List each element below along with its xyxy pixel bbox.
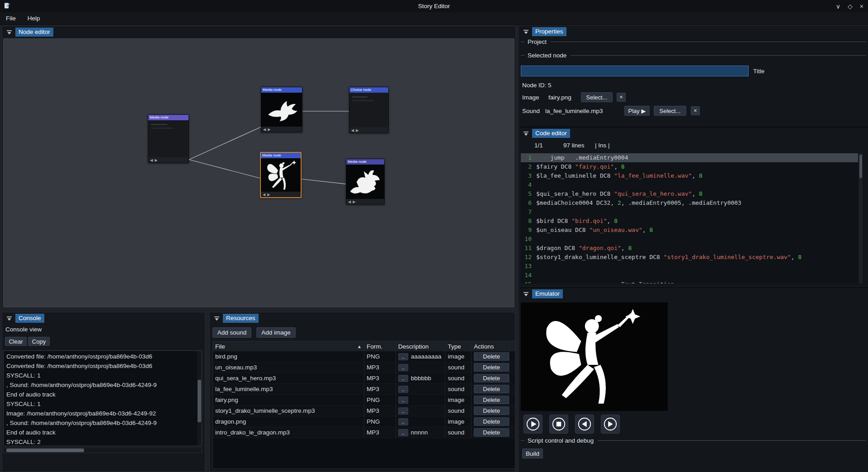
code-line[interactable]: 12$story1_drako_luminelle_sceptre DC8 "s…	[521, 253, 858, 262]
collapse-panel-icon[interactable]	[523, 291, 529, 297]
delete-button[interactable]: Delete	[474, 396, 509, 404]
next-media-icon[interactable]: ▶	[268, 127, 270, 132]
code-text-area[interactable]: 1····jump···.mediaEntry00042$fairy DC8 "…	[521, 153, 858, 283]
image-select-button[interactable]: Select...	[581, 92, 613, 102]
console-vertical-scrollbar[interactable]	[197, 351, 202, 446]
menu-file[interactable]: File	[0, 13, 22, 24]
code-line[interactable]: 13	[521, 262, 858, 271]
code-vertical-scrollbar[interactable]	[859, 153, 863, 283]
collapse-panel-icon[interactable]	[523, 29, 529, 35]
prev-media-icon[interactable]: ◀	[263, 127, 266, 132]
code-line[interactable]: 8$bird DC8 "bird.qoi", 8	[521, 217, 858, 226]
console-horizontal-scrollbar[interactable]	[3, 448, 202, 453]
collapse-panel-icon[interactable]	[523, 131, 529, 137]
sort-ascending-icon[interactable]: ▲	[357, 344, 362, 349]
console-copy-button[interactable]: Copy	[28, 337, 50, 346]
sound-clear-button[interactable]: ×	[691, 106, 700, 115]
code-line[interactable]: 4	[521, 180, 858, 189]
resource-row[interactable]: qui_sera_le_hero.mp3MP3..bbbbbbsoundDele…	[213, 373, 515, 384]
column-header-type[interactable]: Type	[445, 341, 472, 351]
build-button[interactable]: Build	[522, 448, 543, 458]
code-line[interactable]: 15 --------- Text Transition ---------	[521, 280, 858, 283]
prev-media-icon[interactable]: ◀	[263, 193, 265, 197]
code-line[interactable]: 9$un_oiseau DC8 "un_oiseau.wav", 8	[521, 226, 858, 235]
delete-button[interactable]: Delete	[474, 385, 509, 393]
column-header-description[interactable]: Description	[396, 341, 446, 351]
node-title[interactable]: Media node	[261, 87, 302, 93]
node-title[interactable]: Choice node	[349, 87, 388, 93]
delete-button[interactable]: Delete	[474, 352, 509, 361]
graph-node-2[interactable]: Media node◀▶	[261, 87, 302, 132]
next-media-icon[interactable]: ▶	[356, 128, 359, 132]
resource-row[interactable]: bird.pngPNG..aaaaaaaaaimageDelete	[213, 351, 515, 362]
collapse-panel-icon[interactable]	[6, 29, 12, 35]
next-media-icon[interactable]: ▶	[353, 200, 355, 204]
step-back-button[interactable]	[575, 415, 594, 434]
prev-media-icon[interactable]: ◀	[150, 158, 153, 162]
delete-button[interactable]: Delete	[474, 374, 509, 382]
edit-description-button[interactable]: ..	[398, 407, 408, 415]
edit-description-button[interactable]: ..	[398, 353, 408, 360]
code-line[interactable]: 14	[521, 271, 858, 280]
console-log[interactable]: Converted file: /home/anthony/ostproj/ba…	[3, 350, 202, 446]
code-line[interactable]: 1····jump···.mediaEntry0004	[521, 153, 858, 162]
node-controls[interactable]: ◀▶	[261, 127, 302, 132]
minimize-button[interactable]: ∨	[836, 3, 840, 10]
next-media-icon[interactable]: ▶	[267, 193, 270, 197]
node-graph-canvas[interactable]: Media node◀▶Media node◀▶Choice node◀▶Med…	[3, 38, 514, 307]
graph-node-3[interactable]: Choice node◀▶	[349, 87, 389, 133]
sound-play-button[interactable]: Play ▶	[624, 106, 650, 116]
node-title[interactable]: Media node	[261, 153, 301, 158]
graph-node-5[interactable]: Media node◀▶	[346, 159, 385, 205]
edit-description-button[interactable]: ..	[398, 418, 408, 425]
node-title[interactable]: Media node	[346, 159, 384, 165]
next-media-icon[interactable]: ▶	[155, 158, 157, 162]
node-controls[interactable]: ◀▶	[261, 192, 301, 197]
code-line[interactable]: 2$fairy DC8 "fairy.qoi", 8	[521, 162, 858, 171]
code-line[interactable]: 3$la_fee_luminelle DC8 "la_fee_luminelle…	[521, 171, 858, 180]
edit-description-button[interactable]: ..	[398, 386, 408, 393]
resource-row[interactable]: story1_drako_luminelle_sceptre.mp3MP3..s…	[213, 406, 515, 416]
edit-description-button[interactable]: ..	[398, 396, 408, 404]
stop-button[interactable]	[549, 415, 568, 434]
resource-row[interactable]: fairy.pngPNG..imageDelete	[213, 395, 515, 406]
resource-row[interactable]: un_oiseau.mp3MP3..soundDelete	[213, 362, 515, 373]
console-clear-button[interactable]: Clear	[5, 337, 27, 346]
delete-button[interactable]: Delete	[474, 363, 509, 372]
node-title[interactable]: Media node	[148, 115, 189, 120]
column-header-file[interactable]: File ▲	[213, 341, 364, 351]
collapse-panel-icon[interactable]	[214, 316, 220, 321]
column-header-actions[interactable]: Actions	[472, 341, 509, 351]
delete-button[interactable]: Delete	[474, 406, 509, 415]
collapse-panel-icon[interactable]	[6, 316, 12, 321]
code-line[interactable]: 11$dragon DC8 "dragon.qoi", 8	[521, 244, 858, 253]
node-controls[interactable]: ◀▶	[148, 157, 189, 163]
resource-row[interactable]: la_fee_luminelle.mp3MP3..soundDelete	[213, 384, 515, 395]
delete-button[interactable]: Delete	[474, 428, 509, 437]
add-sound-button[interactable]: Add sound	[212, 327, 251, 338]
edit-description-button[interactable]: ..	[398, 375, 408, 382]
node-controls[interactable]: ◀▶	[346, 199, 384, 204]
prev-media-icon[interactable]: ◀	[348, 200, 351, 204]
step-forward-button[interactable]	[601, 415, 620, 434]
code-line[interactable]: 5$qui_sera_le_hero DC8 "qui_sera_le_hero…	[521, 189, 858, 198]
close-button[interactable]: ×	[860, 3, 863, 10]
resource-row[interactable]: dragon.pngPNG..imageDelete	[213, 416, 515, 427]
menu-help[interactable]: Help	[22, 13, 46, 24]
edit-description-button[interactable]: ..	[398, 364, 408, 371]
column-header-format[interactable]: Form.	[364, 341, 396, 351]
graph-node-4[interactable]: Media node◀▶	[260, 152, 302, 198]
resource-row[interactable]: intro_drako_le_dragon.mp3MP3..nnnnnsound…	[213, 427, 515, 438]
code-line[interactable]: 7	[521, 208, 858, 217]
play-button[interactable]	[524, 415, 542, 434]
node-title-input[interactable]	[521, 66, 749, 76]
prev-media-icon[interactable]: ◀	[351, 128, 354, 132]
graph-node-1[interactable]: Media node◀▶	[148, 114, 189, 163]
add-image-button[interactable]: Add image	[256, 327, 296, 338]
maximize-button[interactable]: ◇	[848, 3, 853, 10]
delete-button[interactable]: Delete	[474, 417, 509, 426]
node-controls[interactable]: ◀▶	[349, 127, 388, 133]
code-line[interactable]: 10	[521, 235, 858, 244]
sound-select-button[interactable]: Select...	[654, 106, 686, 116]
code-line[interactable]: 6$mediaChoice0004 DC32, 2, .mediaEntry00…	[521, 198, 858, 208]
